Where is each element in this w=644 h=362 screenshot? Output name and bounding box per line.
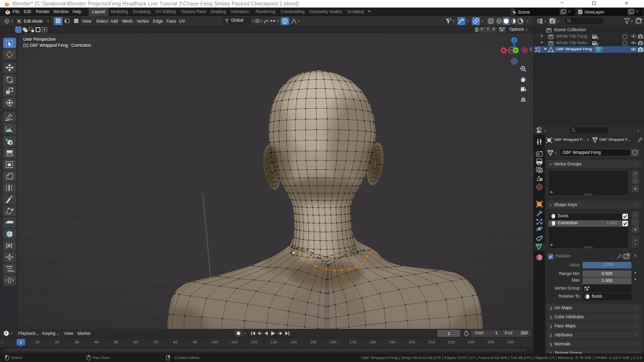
svg-text:2: 2 xyxy=(597,36,599,40)
svg-text:X: X xyxy=(502,48,505,53)
svg-text:Y: Y xyxy=(514,48,517,53)
svg-text:2: 2 xyxy=(597,43,599,46)
svg-text:Z: Z xyxy=(513,38,516,43)
